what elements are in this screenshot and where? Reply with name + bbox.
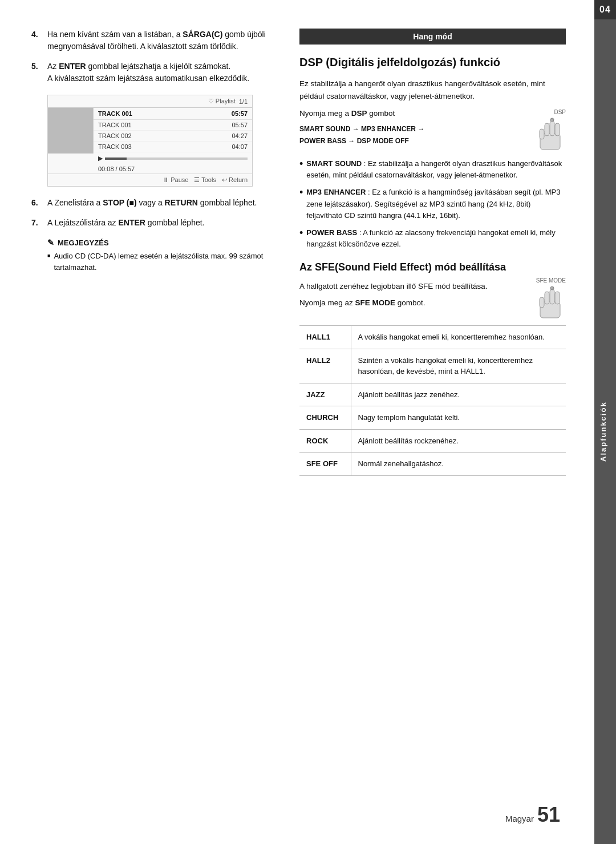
sfe-desc-hall1: A vokális hangokat emeli ki, koncerttere… (351, 326, 566, 349)
sfe-desc-jazz: Ajánlott beállítás jazz zenéhez. (351, 383, 566, 406)
text-6a: A Zenelistára a (47, 198, 103, 207)
list-item-7: 7. A Lejátszólistára az ENTER gombbal lé… (31, 217, 277, 229)
sfe-row-off: SFE OFF Normál zenehallgatáshoz. (299, 453, 566, 476)
two-col-layout: 4. Ha nem kívánt szám van a listában, a … (31, 29, 566, 476)
chapter-number: 04 (594, 0, 616, 19)
svg-rect-4 (540, 129, 544, 139)
sfe-mode-church: CHURCH (299, 406, 351, 430)
playlist-progress: ▶ (94, 152, 252, 164)
dsp-flow: SMART SOUND → MP3 ENHANCER → POWER BASS … (299, 123, 424, 147)
bullet-dot-2: • (299, 187, 303, 221)
list-content-7: A Lejátszólistára az ENTER gombbal léphe… (47, 217, 277, 229)
footer-tools: ☰ Tools (194, 176, 216, 184)
sfe-title: Az SFE(Sound Field Effect) mód beállítás… (299, 261, 566, 273)
text-7c: gombbal léphet. (145, 218, 205, 227)
sfe-body-text: A hallgatott zenéhez legjobban illő SFE … (299, 280, 487, 315)
sfe-desc-hall2: Szintén a vokális hangokat emeli ki, kon… (351, 349, 566, 383)
track-3-name: TRACK 003 (98, 143, 132, 150)
dsp-bullet-list: • SMART SOUND : Ez stabilizálja a hanger… (299, 158, 566, 250)
chapter-title: Alapfunkciók (594, 19, 616, 844)
sfe-label: SFE MODE (534, 277, 566, 284)
track-1-name: TRACK 001 (98, 122, 132, 128)
track-1-time: 05:57 (232, 122, 248, 128)
track-row-1: TRACK 001 05:57 (94, 120, 252, 131)
text-6d: RETURN (165, 198, 198, 207)
list-num-5: 5. (31, 60, 43, 84)
footer-pause: ⏸ Pause (163, 176, 188, 184)
track-row-3: TRACK 003 04:07 (94, 142, 252, 152)
list-item-5: 5. Az ENTER gombbal lejátszhatja a kijel… (31, 60, 277, 84)
sfe-row-church: CHURCH Nagy templom hangulatát kelti. (299, 406, 566, 430)
sfe-desc-church: Nagy templom hangulatát kelti. (351, 406, 566, 430)
svg-point-11 (550, 286, 554, 290)
left-column: 4. Ha nem kívánt szám van a listában, a … (31, 29, 277, 476)
right-column: Hang mód DSP (Digitális jelfeldolgozás) … (299, 29, 566, 476)
press-suffix-sfe: gombot. (395, 298, 425, 307)
sfe-mode-hall1: HALL1 (299, 326, 351, 349)
track-main-time: 05:57 (232, 110, 248, 117)
main-content: 4. Ha nem kívánt szám van a listában, a … (0, 0, 594, 844)
track-row-2: TRACK 002 04:27 (94, 131, 252, 142)
bullet-dot-1: • (299, 159, 303, 181)
bullet-text-2: MP3 ENHANCER : Ez a funkció is a hangmin… (306, 187, 566, 221)
list-content-4: Ha nem kívánt szám van a listában, a SÁR… (47, 29, 277, 53)
playlist-count: 1/1 (239, 98, 248, 105)
text-5b-bold: ENTER (59, 62, 86, 71)
sfe-mode-rock: ROCK (299, 429, 351, 453)
press-label-dsp: Nyomja meg a (299, 109, 351, 118)
text-7a: A Lejátszólistára az (47, 218, 119, 227)
text-7b: ENTER (119, 218, 145, 227)
sfe-hand-icon (534, 285, 566, 319)
bullet-text-1: SMART SOUND : Ez stabilizálja a hangerőt… (306, 158, 566, 181)
press-suffix-dsp: gombot (367, 109, 395, 118)
playlist-thumbnail (48, 108, 94, 154)
note-bullet-1: Audio CD (CD-DA) lemez esetén a lejátszó… (47, 251, 277, 273)
hang-mod-header: Hang mód (299, 29, 566, 45)
note-text-1: Audio CD (CD-DA) lemez esetén a lejátszó… (54, 251, 277, 273)
text-6c: vagy a (137, 198, 165, 207)
svg-rect-8 (550, 289, 554, 304)
bullet-item-power-bass: • POWER BASS : A funkció az alacsony fre… (299, 227, 566, 250)
svg-rect-10 (540, 297, 544, 308)
playlist-footer: ⏸ Pause ☰ Tools ↩ Return (48, 173, 252, 186)
page-container: 4. Ha nem kívánt szám van a listában, a … (0, 0, 616, 844)
svg-rect-1 (545, 123, 549, 136)
note-section: ✎ MEGJEGYZÉS Audio CD (CD-DA) lemez eset… (47, 238, 277, 273)
list-num-6: 6. (31, 197, 43, 209)
dsp-body: Ez stabilizálja a hangerőt olyan draszti… (299, 78, 566, 102)
dsp-press-line: Nyomja meg a DSP gombot (299, 109, 424, 118)
footer-page-number: 51 (537, 803, 560, 827)
sfe-row-hall2: HALL2 Szintén a vokális hangokat emeli k… (299, 349, 566, 383)
sfe-row-jazz: JAZZ Ajánlott beállítás jazz zenéhez. (299, 383, 566, 406)
progress-bar (105, 158, 248, 160)
dsp-label: DSP (534, 109, 566, 115)
page-footer: Magyar 51 (505, 803, 560, 827)
sfe-mode-off: SFE OFF (299, 453, 351, 476)
press-label-sfe: Nyomja meg az (299, 298, 355, 307)
footer-return: ↩ Return (222, 176, 248, 184)
progress-time: 00:08 / 05:57 (94, 164, 252, 173)
text-4b-bold: SÁRGA(C) (183, 30, 222, 39)
svg-rect-3 (555, 123, 560, 136)
playlist-title: ♡ Playlist (208, 98, 236, 105)
svg-rect-2 (550, 121, 554, 136)
text-5a: Az (47, 62, 59, 71)
play-icon: ▶ (98, 155, 103, 162)
playlist-tracks: TRACK 001 05:57 TRACK 001 05:57 TRACK 00… (94, 108, 252, 173)
svg-rect-9 (555, 292, 560, 304)
text-4a: Ha nem kívánt szám van a listában, a (47, 30, 183, 39)
dsp-flow-line1: SMART SOUND → MP3 ENHANCER → (299, 125, 424, 133)
list-num-7: 7. (31, 217, 43, 229)
svg-point-5 (550, 118, 554, 122)
sfe-row-rock: ROCK Ajánlott beállítás rockzenéhez. (299, 429, 566, 453)
track-2-time: 04:27 (232, 132, 248, 139)
list-content-6: A Zenelistára a STOP (■) vagy a RETURN g… (47, 197, 277, 209)
dsp-section: DSP (Digitális jelfeldolgozás) funkció E… (299, 55, 566, 250)
dsp-title: DSP (Digitális jelfeldolgozás) funkció (299, 55, 566, 70)
press-button-dsp: DSP (351, 109, 367, 118)
dsp-flow-line2: POWER BASS → DSP MODE OFF (299, 137, 409, 145)
sfe-table: HALL1 A vokális hangokat emeli ki, konce… (299, 325, 566, 476)
side-tab: 04 Alapfunkciók (594, 0, 616, 844)
press-button-sfe: SFE MODE (355, 298, 396, 307)
playlist-header: ♡ Playlist 1/1 (48, 95, 252, 108)
